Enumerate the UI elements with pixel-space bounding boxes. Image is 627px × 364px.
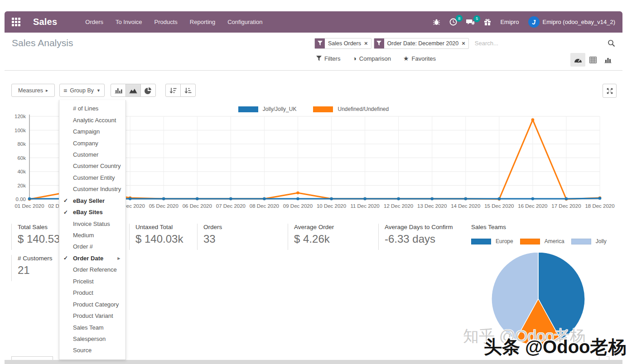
pivot-view-button[interactable] [585,53,600,67]
sort-desc-icon [169,87,177,94]
group-by-option-campaign[interactable]: Campaign [59,126,125,137]
data-point-marker [296,197,299,201]
filters-button[interactable]: Filters [316,55,340,62]
group-by-option-customer-entity[interactable]: Customer Entity [59,172,125,183]
messages-count-badge: 5 [473,15,480,22]
group-by-button[interactable]: ≡ Group By ▼ [59,84,105,97]
comparison-button[interactable]: ◑ Comparison [352,55,391,62]
dashboard-view-button[interactable] [570,53,585,67]
nav-menu-item-to-invoice[interactable]: To Invoice [116,19,142,25]
activities-clock-icon[interactable]: 8 [449,18,457,26]
data-point-marker [296,192,299,195]
group-by-option-product-variant[interactable]: Product Variant [59,310,125,321]
user-menu[interactable]: J Emipro (odoo_ebay_v14_2) [528,16,615,28]
group-by-option-status[interactable]: Status [59,356,125,360]
measures-label: Measures [18,87,43,94]
y-axis-tick-label: 60k [17,155,26,161]
pie-chart-type-button[interactable] [140,84,156,97]
pivot-table-icon [589,57,597,63]
favorites-button[interactable]: ★ Favorites [403,55,436,62]
y-axis-tick-label: 20k [17,183,26,188]
app-title[interactable]: Sales [33,17,57,27]
bar-chart-icon [115,87,122,94]
kpi-value: 33 [203,233,222,245]
y-axis-tick-label: 120k [14,114,26,119]
measures-button[interactable]: Measures ▸ [11,84,55,97]
y-axis-tick-label: 0.00 [16,196,26,202]
group-by-option-customer[interactable]: Customer [59,149,125,160]
group-by-option-invoice-status[interactable]: Invoice Status [59,218,125,229]
group-by-option-sales-team[interactable]: Sales Team [59,321,125,333]
legend-swatch [571,239,591,244]
group-by-option-ebay-sites[interactable]: ✓eBay Sites [59,206,125,218]
y-axis-tick-label: 80k [17,141,26,147]
kpi-value: 21 [18,264,53,277]
kpi-sales-teams: Sales Teams [465,224,506,250]
group-by-option-customer-country[interactable]: Customer Country [59,160,125,172]
option-label: Product [73,289,93,296]
facet-remove-button[interactable]: × [462,38,468,48]
x-axis-tick-label: 08 Dec 2020 [250,203,279,209]
kpi-value: $ 4.26k [294,233,334,245]
group-by-option-customer-industry[interactable]: Customer Industry [59,183,125,195]
facet-label: Sales Orders [325,38,364,48]
debug-bug-icon[interactable] [433,19,440,26]
chart-type-group [111,84,156,97]
nav-menu-item-reporting[interactable]: Reporting [190,19,215,25]
option-label: # of Lines [73,105,98,112]
data-point-marker [498,197,501,201]
fullscreen-button[interactable] [603,84,617,98]
gift-icon[interactable] [484,19,491,26]
option-label: Campaign [73,128,100,135]
apps-menu-icon[interactable] [12,18,20,26]
group-by-option-medium[interactable]: Medium [59,230,125,241]
group-by-option--of-lines[interactable]: # of Lines [59,103,125,114]
pie-chart-icon [145,87,152,94]
group-by-option-source[interactable]: Source [59,345,125,356]
group-by-option-order-reference[interactable]: Order Reference [59,264,125,275]
nav-menu-item-products[interactable]: Products [154,19,178,25]
data-point-marker [229,197,232,201]
group-by-option-order-date[interactable]: ✓Order Date▸ [59,253,125,264]
group-by-option-product-category[interactable]: Product Category [59,298,125,310]
kpi-card: Untaxed Total$ 140.03k [129,224,183,250]
view-switcher [570,53,615,67]
group-by-option-pricelist[interactable]: Pricelist [59,276,125,287]
area-chart-icon [129,87,137,94]
legend-item: Europe [471,238,513,244]
option-label: Pricelist [73,278,94,285]
line-chart-type-button[interactable] [125,84,141,97]
bar-chart-type-button[interactable] [111,84,126,97]
sort-desc-button[interactable] [165,84,181,97]
option-label: Salesperson [73,335,106,342]
user-name: Emipro (odoo_ebay_v14_2) [543,19,615,25]
group-by-option-order-[interactable]: Order # [59,241,125,252]
messages-chat-icon[interactable]: 5 [466,19,475,26]
option-label: Order Reference [73,266,117,273]
search-icon[interactable] [608,39,615,47]
legend-swatch [471,239,491,244]
group-by-option-ebay-seller[interactable]: ✓eBay Seller [59,195,125,206]
group-by-option-company[interactable]: Company [59,137,125,148]
data-point-marker [162,197,165,201]
x-axis-tick-label: 16 Dec 2020 [518,203,547,209]
kpi-card: Average Days to Confirm-6.33 days [378,224,453,250]
group-by-option-salesperson[interactable]: Salesperson [59,333,125,345]
graph-view-button[interactable] [600,53,615,67]
group-by-option-product[interactable]: Product [59,287,125,298]
search-input[interactable] [471,40,608,47]
facet-remove-button[interactable]: × [364,38,371,48]
sort-asc-button[interactable] [180,84,196,97]
check-icon: ✓ [63,209,68,216]
company-name[interactable]: Emipro [500,19,519,25]
main-content: Measures ▸ ≡ Group By ▼ Jolly/Jolly_UKUn… [5,71,622,360]
x-axis-tick-label: 12 Dec 2020 [384,203,413,209]
data-point-marker [363,197,367,201]
data-point-marker [129,197,132,201]
group-by-option-analytic-account[interactable]: Analytic Account [59,114,125,125]
nav-menu-item-configuration[interactable]: Configuration [227,19,262,25]
kpi-card: # Customers21 [11,255,53,281]
nav-menu-item-orders[interactable]: Orders [85,19,103,25]
horizontal-scrollbar[interactable] [5,360,622,364]
data-point-marker [196,197,199,201]
